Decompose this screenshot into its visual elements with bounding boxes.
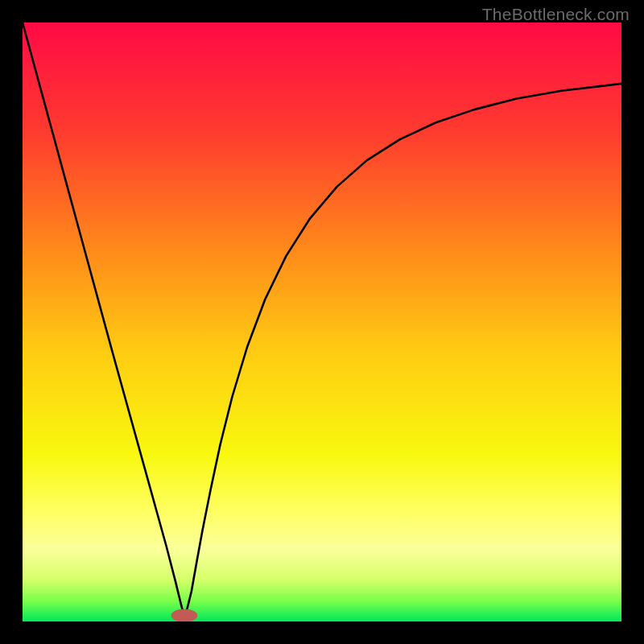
bottleneck-chart	[23, 23, 621, 621]
watermark-text: TheBottleneck.com	[482, 5, 630, 24]
optimum-marker	[171, 609, 198, 621]
gradient-background	[23, 23, 621, 621]
chart-frame	[23, 23, 621, 621]
